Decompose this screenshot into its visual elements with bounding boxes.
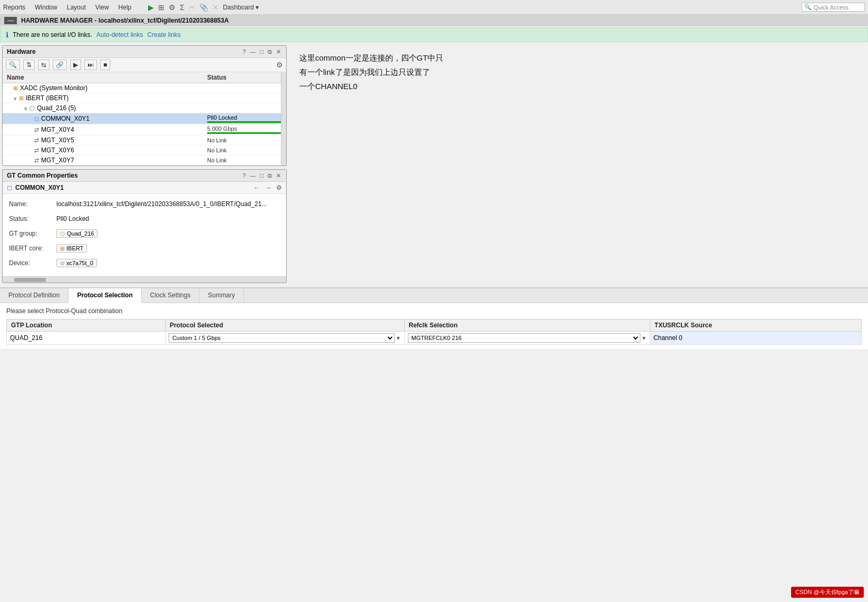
tab-protocol-selection[interactable]: Protocol Selection	[69, 288, 141, 303]
panel-close-btn[interactable]: ✕	[275, 48, 282, 55]
row-name-xadc: ⊞ XADC (System Monitor)	[3, 84, 207, 92]
protocol-select[interactable]: Custom 1 / 5 Gbps	[169, 333, 395, 343]
table-row[interactable]: ⇄ MGT_X0Y5 No Link	[3, 135, 281, 145]
mgt6-icon: ⇄	[34, 147, 39, 154]
stop-btn[interactable]: ■	[100, 60, 110, 70]
quad-icon: ⬡	[30, 105, 35, 112]
hw-manager-title: HARDWARE MANAGER - localhost/xilinx_tcf/…	[21, 17, 229, 24]
common-nav-icon: ◻	[7, 184, 12, 191]
mgt4-status-bar	[207, 132, 281, 134]
prev-arrow[interactable]: ←	[252, 184, 261, 191]
info-icon: ℹ	[6, 31, 8, 39]
prop-row-ibert: IBERT core: ⊞ IBERT	[9, 242, 280, 254]
panel-minimize-btn[interactable]: —	[249, 48, 257, 55]
sort-btn[interactable]: ⇆	[38, 60, 50, 70]
gt-minimize-btn[interactable]: —	[249, 172, 257, 179]
refclk-select[interactable]: MGTREFCLK0 216	[408, 333, 640, 343]
run-icon[interactable]: ▶	[148, 3, 154, 12]
gt-gear-icon[interactable]: ⚙	[276, 184, 282, 191]
table-row[interactable]: ◻ COMMON_X0Y1 Pll0 Locked	[3, 113, 281, 124]
col-name-header: Name	[3, 74, 207, 81]
prop-row-name: Name: localhost:3121/xilinx_tcf/Digilent…	[9, 198, 280, 210]
menu-layout[interactable]: Layout	[67, 4, 86, 11]
vertical-scrollbar[interactable]	[281, 72, 286, 166]
search-icon: 🔍	[804, 4, 812, 11]
h-scrollbar-thumb[interactable]	[14, 278, 46, 282]
gt-group-chip[interactable]: ⬡ Quad_216	[56, 229, 97, 238]
link-btn[interactable]: 🔗	[53, 60, 67, 70]
panel-maximize-btn[interactable]: ⧉	[267, 48, 273, 55]
collapse-button[interactable]: —	[4, 17, 17, 24]
hw-manager-bar: — HARDWARE MANAGER - localhost/xilinx_tc…	[0, 15, 868, 26]
tab-summary[interactable]: Summary	[199, 288, 243, 303]
gtp-location-cell: QUAD_216	[7, 332, 165, 345]
gt-restore-btn[interactable]: □	[259, 172, 265, 179]
ibert-chip-icon: ⊞	[60, 246, 64, 251]
run-btn[interactable]: ▶	[70, 60, 81, 70]
refclk-selection-cell[interactable]: MGTREFCLK0 216 ▼	[404, 332, 650, 345]
settings-icon[interactable]: ⚙	[169, 3, 175, 12]
table-row[interactable]: ⇄ MGT_X0Y6 No Link	[3, 145, 281, 156]
table-row[interactable]: ⇄ MGT_X0Y4 5.000 Gbps	[3, 124, 281, 135]
tab-protocol-definition[interactable]: Protocol Definition	[0, 288, 69, 303]
h-scrollbar[interactable]	[3, 276, 286, 283]
mgt4-status-text: 5.000 Gbps	[207, 125, 237, 132]
mgt7-icon: ⇄	[34, 157, 39, 164]
gt-maximize-btn[interactable]: ⧉	[267, 172, 273, 179]
refclk-dropdown-arrow[interactable]: ▼	[641, 335, 647, 341]
search-btn[interactable]: 🔍	[6, 60, 20, 70]
quad-expand-icon[interactable]: ∨	[24, 105, 27, 111]
menu-view[interactable]: View	[95, 4, 109, 11]
panel-help-btn[interactable]: ?	[241, 48, 247, 55]
gt-properties: Name: localhost:3121/xilinx_tcf/Digilent…	[3, 194, 286, 276]
mgt6-status-text: No Link	[207, 147, 227, 153]
skip-btn[interactable]: ⏭	[84, 60, 97, 70]
col-txusrclk-source: TXUSRCLK Source	[650, 319, 861, 332]
gt-nav-arrows: ← →	[252, 184, 273, 191]
protocol-dropdown-arrow[interactable]: ▼	[396, 335, 401, 341]
menu-reports[interactable]: Reports	[3, 4, 25, 11]
mgt6-status: No Link	[207, 147, 281, 153]
attach-icon: 📎	[199, 3, 208, 12]
create-links-link[interactable]: Create links	[147, 31, 180, 38]
mgt7-label: MGT_X0Y7	[41, 157, 74, 164]
bottom-area: Protocol Definition Protocol Selection C…	[0, 287, 868, 349]
prop-row-gtgroup: GT group: ⬡ Quad_216	[9, 228, 280, 239]
device-chip-label: xc7a75t_0	[66, 260, 93, 266]
gt-group-chip-label: Quad_216	[67, 230, 94, 237]
program-icon[interactable]: ⊞	[158, 3, 164, 12]
hw-table-body: ⊞ XADC (System Monitor) ∨ ⊞ IBERT (IBERT…	[3, 83, 281, 166]
hardware-panel-header: Hardware ? — □ ⧉ ✕	[3, 46, 286, 58]
gt-nav-bar: ◻ COMMON_X0Y1 ← → ⚙	[3, 182, 286, 194]
ibert-expand-icon[interactable]: ∨	[13, 95, 17, 101]
table-row[interactable]: ∨ ⬡ Quad_216 (5)	[3, 103, 281, 113]
ibert-chip[interactable]: ⊞ IBERT	[56, 244, 87, 253]
tab-clock-settings[interactable]: Clock Settings	[142, 288, 200, 303]
next-arrow[interactable]: →	[264, 184, 273, 191]
auto-detect-link[interactable]: Auto-detect links	[96, 31, 143, 38]
quick-access-box: 🔍 Quick Access	[802, 3, 865, 12]
table-row[interactable]: ⇄ MGT_X0Y7 No Link	[3, 156, 281, 166]
menu-help[interactable]: Help	[119, 4, 132, 11]
csdn-badge: CSDN @今天你fpga了嘛	[791, 587, 864, 598]
sigma-icon[interactable]: Σ	[180, 3, 184, 12]
table-row[interactable]: ∨ ⊞ IBERT (IBERT)	[3, 93, 281, 103]
menu-window[interactable]: Window	[35, 4, 57, 11]
common-status-bar	[207, 121, 281, 123]
prop-ibert-label: IBERT core:	[9, 245, 56, 252]
hw-gear-icon[interactable]: ⚙	[276, 61, 283, 69]
prop-status-label: Status:	[9, 215, 56, 222]
gt-close-btn[interactable]: ✕	[275, 172, 282, 179]
table-row[interactable]: ⊞ XADC (System Monitor)	[3, 83, 281, 93]
device-chip[interactable]: ⊙ xc7a75t_0	[56, 259, 97, 267]
panel-restore-btn[interactable]: □	[259, 48, 265, 55]
protocol-selected-cell[interactable]: Custom 1 / 5 Gbps ▼	[165, 332, 404, 345]
gt-help-btn[interactable]: ?	[241, 172, 247, 179]
filter-btn[interactable]: ⇅	[23, 60, 35, 70]
dashboard-label[interactable]: Dashboard ▾	[223, 4, 259, 11]
txusrclk-source-cell: Channel 0	[650, 332, 861, 345]
tab-bar: Protocol Definition Protocol Selection C…	[0, 288, 868, 303]
menu-bar: Reports Window Layout View Help	[3, 4, 131, 11]
mgt5-status: No Link	[207, 137, 281, 143]
row-name-mgt6: ⇄ MGT_X0Y6	[3, 147, 207, 154]
